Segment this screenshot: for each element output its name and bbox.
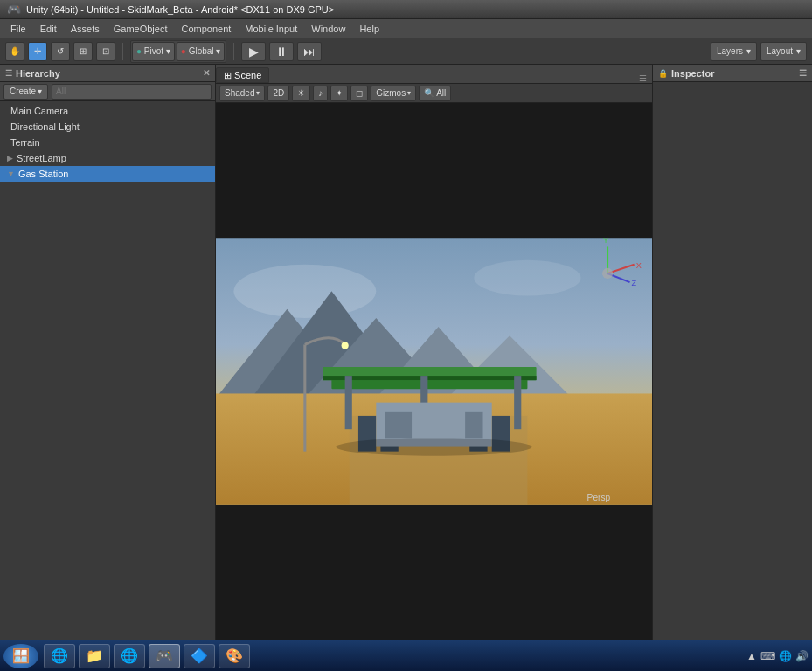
tray-audio-icon[interactable]: 🔊	[795, 650, 809, 662]
layers-dropdown[interactable]: Layers ▾	[711, 42, 757, 61]
hierarchy-header: ☰ Hierarchy ✕	[0, 65, 215, 82]
title-bar: 🎮 Unity (64bit) - Untitled - SkidMark_Be…	[0, 0, 812, 19]
layout-dropdown[interactable]: Layout ▾	[760, 42, 807, 61]
svg-text:Y: Y	[603, 236, 608, 245]
svg-rect-13	[345, 376, 352, 429]
svg-text:X: X	[636, 261, 642, 270]
svg-point-2	[474, 260, 580, 296]
svg-point-32	[602, 268, 613, 279]
pivot-btn[interactable]: ● Pivot ▾	[132, 42, 175, 61]
transform-hand-btn[interactable]: ✋	[5, 42, 24, 61]
2d-btn[interactable]: 2D	[267, 86, 289, 101]
transform-move-btn[interactable]: ✛	[28, 42, 47, 61]
inspector-header: 🔒 Inspector ☰	[653, 65, 812, 82]
scene-toolbar: Shaded▾ 2D ☀ ♪ ✦ ◻ Gizmos▾ 🔍 All	[216, 84, 652, 103]
hierarchy-toolbar: Create ▾	[0, 82, 215, 101]
hierarchy-content: Main Camera Directional Light Terrain ▶ …	[0, 101, 215, 640]
tray-arrow-icon[interactable]: ▲	[746, 650, 757, 662]
menu-help[interactable]: Help	[352, 22, 386, 36]
step-btn[interactable]: ⏭	[297, 42, 322, 61]
scene-tab[interactable]: ⊞ Scene	[216, 67, 269, 83]
hierarchy-title: Hierarchy	[16, 68, 60, 79]
svg-rect-12	[323, 376, 536, 380]
menu-component[interactable]: Component	[174, 22, 238, 36]
toolbar-sep-2	[233, 43, 234, 60]
hierarchy-main-camera[interactable]: Main Camera	[0, 103, 215, 119]
scene-view-btn[interactable]: ◻	[350, 86, 368, 101]
pivot-global-group: ● Pivot ▾ ● Global ▾	[130, 40, 226, 63]
shading-dropdown[interactable]: Shaded▾	[219, 86, 265, 101]
menu-file[interactable]: File	[3, 22, 33, 36]
inspector-panel: 🔒 Inspector ☰	[652, 65, 812, 640]
toolbar-right: Layers ▾ Layout ▾	[711, 42, 807, 61]
play-btn[interactable]: ▶	[241, 42, 266, 61]
taskbar: 🪟 🌐 📁 🌐 🎮 🔷 🎨 ▲ ⌨ 🌐 🔊	[0, 640, 812, 671]
taskbar-chrome[interactable]: 🌐	[114, 644, 145, 668]
arrow-right-icon: ▶	[7, 154, 13, 163]
svg-rect-21	[385, 412, 412, 439]
transform-rect-btn[interactable]: ⊡	[96, 42, 115, 61]
menu-mobileinput[interactable]: Mobile Input	[238, 22, 304, 36]
taskbar-unity[interactable]: 🎮	[149, 644, 180, 668]
svg-rect-14	[514, 376, 521, 429]
taskbar-ie[interactable]: 🌐	[44, 644, 75, 668]
arrow-down-icon: ▼	[7, 169, 15, 178]
svg-text:Persp: Persp	[587, 493, 611, 502]
hierarchy-search[interactable]	[52, 84, 212, 100]
menu-window[interactable]: Window	[304, 22, 352, 36]
svg-text:Z: Z	[632, 279, 637, 287]
hierarchy-create-btn[interactable]: Create ▾	[3, 84, 48, 100]
audio-btn[interactable]: ♪	[313, 86, 328, 101]
hierarchy-streetlamp[interactable]: ▶ StreetLamp	[0, 150, 215, 166]
menu-bar: File Edit Assets GameObject Component Mo…	[0, 19, 812, 38]
scene-area: ⊞ Scene ☰ Shaded▾ 2D ☀ ♪ ✦ ◻ Gizmos▾ 🔍	[216, 65, 652, 640]
hierarchy-menu-icon: ☰	[5, 69, 12, 78]
tray-keyboard-icon[interactable]: ⌨	[760, 650, 775, 662]
title-bar-text: Unity (64bit) - Untitled - SkidMark_Beta…	[26, 4, 334, 15]
svg-point-24	[342, 342, 349, 349]
inspector-menu-icon[interactable]: ☰	[799, 68, 807, 78]
svg-point-1	[233, 265, 376, 318]
hierarchy-directional-light[interactable]: Directional Light	[0, 119, 215, 135]
taskbar-photoshop[interactable]: 🎨	[219, 644, 250, 668]
hierarchy-terrain[interactable]: Terrain	[0, 135, 215, 150]
transform-rotate-btn[interactable]: ↺	[51, 42, 70, 61]
scene-tab-bar: ⊞ Scene ☰	[216, 65, 652, 84]
inspector-lock-icon: 🔒	[658, 69, 668, 78]
scene-search[interactable]: 🔍 All	[419, 86, 451, 101]
global-btn[interactable]: ● Global ▾	[177, 42, 226, 61]
start-button[interactable]: 🪟	[3, 644, 38, 668]
menu-edit[interactable]: Edit	[33, 22, 64, 36]
lighting-btn[interactable]: ☀	[292, 86, 310, 101]
svg-point-25	[336, 438, 531, 455]
hierarchy-gas-station[interactable]: ▼ Gas Station	[0, 166, 215, 182]
toolbar: ✋ ✛ ↺ ⊞ ⊡ ● Pivot ▾ ● Global ▾ ▶ ⏸ ⏭ Lay…	[0, 38, 812, 65]
pause-btn[interactable]: ⏸	[269, 42, 294, 61]
taskbar-right: ▲ ⌨ 🌐 🔊	[746, 650, 809, 662]
tray-network-icon[interactable]: 🌐	[779, 650, 792, 662]
fx-btn[interactable]: ✦	[330, 86, 348, 101]
taskbar-blender[interactable]: 🔷	[184, 644, 215, 668]
scene-panel: Shaded▾ 2D ☀ ♪ ✦ ◻ Gizmos▾ 🔍 All	[216, 84, 652, 640]
taskbar-explorer[interactable]: 📁	[79, 644, 110, 668]
gizmos-dropdown[interactable]: Gizmos▾	[371, 86, 416, 101]
main-layout: ☰ Hierarchy ✕ Create ▾ Main Camera Direc…	[0, 65, 812, 640]
hierarchy-close[interactable]: ✕	[203, 68, 210, 78]
scene-3d-view: X Y Z Persp	[216, 103, 652, 640]
transform-scale-btn[interactable]: ⊞	[73, 42, 93, 61]
inspector-title: Inspector	[671, 68, 715, 79]
hierarchy-panel: ☰ Hierarchy ✕ Create ▾ Main Camera Direc…	[0, 65, 216, 640]
toolbar-sep-1	[122, 43, 123, 60]
menu-assets[interactable]: Assets	[64, 22, 107, 36]
menu-gameobject[interactable]: GameObject	[107, 22, 175, 36]
svg-rect-22	[465, 412, 482, 439]
scene-view[interactable]: X Y Z Persp	[216, 103, 652, 640]
title-bar-icon: 🎮	[7, 3, 21, 16]
scene-panel-menu[interactable]: ☰	[639, 73, 647, 83]
